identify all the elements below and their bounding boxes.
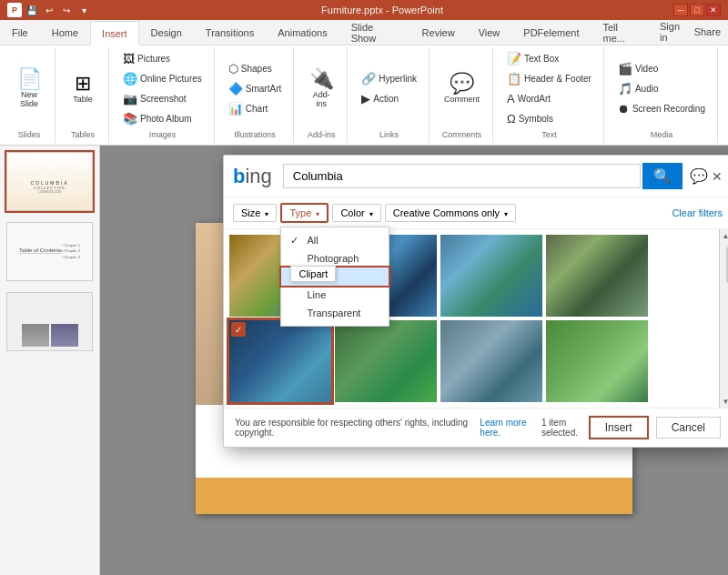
group-text: 📝 Text Box 📋 Header & Footer A WordArt Ω… [495, 47, 604, 143]
photo-album-btn[interactable]: 📚 Photo Album [118, 109, 207, 128]
image-cell-5[interactable] [229, 320, 331, 402]
comment-btn[interactable]: 💬 Comment [439, 70, 485, 107]
redo-quick-btn[interactable]: ↪ [59, 3, 74, 17]
type-filter-btn[interactable]: Type ▾ [280, 203, 329, 223]
canvas-area: COLUMBIA COLLECTIVE LOOKBOOK 2019 b ing … [100, 146, 728, 575]
comment-icon: 💬 [450, 74, 474, 94]
tab-view[interactable]: View [467, 20, 512, 45]
image-cell-3[interactable] [440, 235, 542, 317]
clear-filters-link[interactable]: Clear filters [672, 207, 723, 218]
shapes-btn[interactable]: ⬡ Shapes [224, 59, 286, 78]
action-btn[interactable]: ▶ Action [357, 89, 421, 108]
addins-group-label: Add-ins [308, 130, 336, 141]
save-quick-btn[interactable]: 💾 [25, 3, 39, 17]
tab-pdfelement[interactable]: PDFelement [511, 20, 591, 45]
tab-transitions[interactable]: Transitions [194, 20, 266, 45]
comments-group-label: Comments [442, 130, 482, 141]
cancel-btn[interactable]: Cancel [656, 417, 721, 439]
sign-in-area: Sign in Share [652, 19, 728, 45]
audio-btn[interactable]: 🎵 Audio [613, 79, 710, 98]
new-slide-icon: 📄 [17, 69, 42, 89]
dialog-close-btn[interactable]: ✕ [712, 169, 723, 184]
video-btn[interactable]: 🎬 Video [613, 59, 710, 78]
text-col: 📝 Text Box 📋 Header & Footer A WordArt Ω… [502, 49, 596, 128]
type-arrow-icon: ▾ [316, 210, 319, 218]
size-filter-btn[interactable]: Size ▾ [233, 204, 277, 222]
image-cell-4[interactable] [546, 235, 648, 317]
tab-tellme[interactable]: Tell me... [591, 20, 652, 45]
app-icon: P [7, 3, 22, 17]
color-arrow-icon: ▾ [369, 210, 373, 218]
group-slides: 📄 NewSlide Slides [4, 47, 56, 143]
links-group-label: Links [379, 130, 399, 141]
restore-btn[interactable]: □ [690, 4, 704, 16]
tab-design[interactable]: Design [139, 20, 194, 45]
addins-icon: 🔌 [309, 69, 334, 89]
tab-review[interactable]: Review [410, 20, 467, 45]
wordart-btn[interactable]: A WordArt [502, 89, 596, 108]
text-group-label: Text [541, 130, 557, 141]
hyperlink-btn[interactable]: 🔗 Hyperlink [357, 69, 421, 88]
customize-quick-btn[interactable]: ▾ [76, 3, 91, 17]
slide-thumb-1[interactable]: 1 COLUMBIA COLLECTIVE LOOKBOOK 2019 [5, 150, 95, 213]
share-btn[interactable]: Share [694, 26, 721, 37]
undo-quick-btn[interactable]: ↩ [42, 3, 56, 17]
slides-panel: 1 COLUMBIA COLLECTIVE LOOKBOOK 2019 2 Ta… [0, 146, 100, 575]
slides-group-items: 📄 NewSlide [11, 49, 47, 128]
header-footer-btn[interactable]: 📋 Header & Footer [502, 69, 596, 88]
scroll-up-btn[interactable]: ▲ [720, 229, 729, 242]
slide-thumb-2[interactable]: 2 Table of Contents • Chapter 1• Chapter… [5, 220, 95, 283]
color-filter-btn[interactable]: Color ▾ [332, 204, 380, 222]
image-cell-6[interactable] [335, 320, 437, 402]
slides-group-label: Slides [18, 130, 41, 141]
close-btn[interactable]: ✕ [706, 4, 721, 16]
header-footer-icon: 📋 [507, 72, 521, 86]
learn-more-link[interactable]: Learn more here. [480, 418, 541, 438]
search-button[interactable]: 🔍 [642, 163, 682, 189]
table-btn[interactable]: ⊞ Table [65, 70, 101, 107]
tab-home[interactable]: Home [40, 20, 90, 45]
table-group-label: Tables [71, 130, 95, 141]
dialog-header: b ing 🔍 💬 ✕ [224, 156, 728, 197]
tab-animations[interactable]: Animations [266, 20, 339, 45]
screen-recording-btn[interactable]: ⏺ Screen Recording [613, 99, 710, 118]
video-icon: 🎬 [618, 62, 632, 76]
search-input[interactable] [283, 164, 641, 188]
illustrations-group-label: Illustrations [234, 130, 276, 141]
main-area: 1 COLUMBIA COLLECTIVE LOOKBOOK 2019 2 Ta… [0, 146, 728, 575]
slide-thumb-3[interactable]: 3 [5, 290, 95, 353]
type-option-line[interactable]: Line [281, 286, 389, 304]
links-col: 🔗 Hyperlink ▶ Action [357, 69, 421, 108]
pictures-btn[interactable]: 🖼 Pictures [118, 49, 207, 68]
online-pictures-btn[interactable]: 🌐 Online Pictures [118, 69, 207, 88]
insert-btn[interactable]: Insert [589, 416, 649, 439]
grid-scrollbar: ▲ ▼ [719, 229, 728, 408]
screenshot-btn[interactable]: 📷 Screenshot [118, 89, 207, 108]
selection-count: 1 item selected. [541, 418, 581, 438]
image-cell-8[interactable] [546, 320, 648, 402]
type-option-all[interactable]: All [281, 231, 389, 249]
textbox-btn[interactable]: 📝 Text Box [502, 49, 596, 68]
clipart-tooltip: Clipart [290, 266, 336, 282]
symbols-btn[interactable]: Ω Symbols [502, 109, 596, 128]
tab-slideshow[interactable]: Slide Show [339, 20, 410, 45]
minimize-btn[interactable]: ─ [673, 4, 688, 16]
screenshot-icon: 📷 [123, 92, 137, 106]
image-cell-7[interactable] [440, 320, 542, 402]
type-option-photograph[interactable]: Photograph [281, 249, 389, 267]
sign-in-btn[interactable]: Sign in [660, 21, 687, 43]
new-slide-btn[interactable]: 📄 NewSlide [11, 66, 47, 112]
smartart-btn[interactable]: 🔷 SmartArt [224, 79, 286, 98]
tab-file[interactable]: File [0, 20, 40, 45]
chart-btn[interactable]: 📊 Chart [224, 99, 286, 118]
tab-insert[interactable]: Insert [90, 21, 139, 45]
chat-icon[interactable]: 💬 [690, 167, 708, 185]
commons-filter-btn[interactable]: Creative Commons only ▾ [385, 204, 516, 222]
addins-group-items: 🔌 Add-ins [303, 49, 339, 128]
type-option-transparent[interactable]: Transparent [281, 304, 389, 322]
smartart-icon: 🔷 [228, 82, 243, 96]
group-images: 🖼 Pictures 🌐 Online Pictures 📷 Screensho… [111, 47, 215, 143]
scroll-down-btn[interactable]: ▼ [720, 395, 729, 408]
media-group-label: Media [651, 130, 673, 141]
addins-btn[interactable]: 🔌 Add-ins [303, 66, 339, 112]
